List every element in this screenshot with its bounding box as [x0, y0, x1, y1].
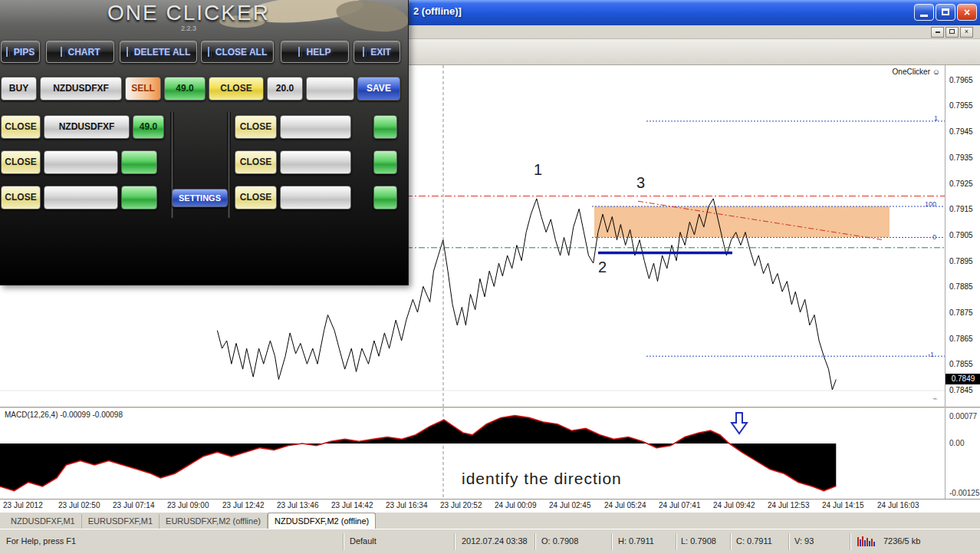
time-tick: 24 Jul 00:09 [495, 501, 537, 509]
time-tick: 24 Jul 14:15 [822, 501, 864, 509]
row3-left-indicator[interactable] [121, 186, 157, 209]
row1-right-indicator[interactable] [373, 115, 397, 139]
status-volume: V: 93 [794, 536, 814, 546]
chart-button[interactable]: CHART [46, 41, 114, 63]
maximize-icon [942, 8, 949, 15]
time-tick: 23 Jul 12:42 [222, 501, 265, 509]
status-bar: For Help, press F1 Default 2012.07.24 03… [0, 529, 980, 554]
oneclicker-panel: ONE CLICKER 2.2.3 PIPS CHART DELETE ALL … [0, 0, 409, 285]
level-label-1: 1 [934, 114, 938, 122]
window-close-button[interactable]: × [957, 4, 977, 21]
status-high: H: 0.7911 [618, 536, 654, 546]
time-tick: 24 Jul 05:24 [604, 501, 646, 509]
macd-scale: 0.00077 0.00 -0.00125 [945, 408, 980, 499]
close-row1-left-button[interactable]: CLOSE [1, 115, 41, 139]
time-tick: 24 Jul 09:42 [713, 501, 755, 509]
chart-tabs-bar: NZDUSDFXF,M1 EURUSDFXF,M1 EURUSDFXF,M2 (… [0, 512, 980, 529]
price-tick: 0.7885 [949, 282, 973, 291]
close-row3-left-button[interactable]: CLOSE [1, 186, 41, 209]
status-separator [611, 533, 613, 550]
row2-right-indicator[interactable] [373, 150, 397, 174]
close-trade-button[interactable]: CLOSE [209, 77, 264, 101]
price-tick: 0.7865 [949, 335, 973, 343]
status-connection-size: 7236/5 kb [883, 536, 920, 546]
row2-left-field[interactable] [44, 150, 118, 174]
lots-field[interactable]: 49.0 [164, 77, 206, 101]
close-row3-right-button[interactable]: CLOSE [235, 186, 277, 209]
close-row2-left-button[interactable]: CLOSE [1, 150, 41, 174]
window-minimize-button[interactable] [914, 4, 934, 21]
chart-minimize-button[interactable] [931, 27, 944, 38]
chart-restore-button[interactable] [945, 27, 959, 38]
help-button[interactable]: HELP [281, 41, 349, 63]
row1-left-symbol-field[interactable]: NZDUSDFXF [44, 115, 130, 139]
close-icon: × [964, 6, 970, 18]
button-icon [127, 47, 130, 57]
tab-eurusdfxf-m1[interactable]: EURUSDFXF,M1 [82, 514, 159, 529]
level-label-100: 100 [925, 200, 936, 208]
level-label-0: 0 [932, 233, 936, 241]
tab-nzdusdfxf-m2-offline[interactable]: NZDUSDFXF,M2 (offline) [268, 513, 376, 529]
time-tick: 24 Jul 07:41 [659, 501, 701, 509]
row2-right-field[interactable] [280, 150, 351, 174]
price-tick: 0.7955 [949, 101, 973, 110]
wave-label-3: 3 [636, 174, 645, 192]
button-icon [363, 47, 367, 57]
row3-right-indicator[interactable] [373, 186, 397, 209]
status-separator [454, 533, 455, 550]
row1-right-field[interactable] [280, 115, 351, 139]
time-axis: 23 Jul 2012 23 Jul 02:50 23 Jul 07:14 23… [0, 500, 980, 512]
save-button[interactable]: SAVE [357, 77, 400, 101]
pips-button[interactable]: PIPS [1, 41, 40, 63]
close-row2-right-button[interactable]: CLOSE [235, 150, 277, 174]
status-open: O: 0.7908 [541, 536, 578, 546]
exit-button[interactable]: EXIT [354, 41, 400, 63]
price-tick: 0.7965 [949, 76, 973, 84]
price-tick: 0.7905 [949, 231, 973, 239]
ticks-histogram-icon [857, 536, 879, 546]
chart-indicator-divider[interactable] [0, 407, 980, 408]
button-icon [6, 47, 10, 57]
close-row1-right-button[interactable]: CLOSE [235, 115, 277, 139]
button-icon [61, 47, 64, 57]
symbol-field[interactable]: NZDUSDFXF [40, 77, 122, 101]
price-tick: 0.7845 [949, 386, 973, 394]
window-maximize-button[interactable] [936, 4, 955, 21]
level-label-neg1: -1 [928, 351, 934, 358]
close-all-button[interactable]: CLOSE ALL [201, 41, 274, 63]
row3-right-field[interactable] [280, 186, 351, 209]
extra-field[interactable] [306, 77, 354, 101]
time-tick: 24 Jul 12:53 [768, 501, 810, 509]
minimize-icon [936, 31, 940, 33]
identify-direction-annotation: identify the direction [462, 470, 622, 488]
status-template: Default [350, 536, 377, 546]
settings-button[interactable]: SETTINGS [172, 189, 228, 207]
trail-pips-field[interactable]: 20.0 [267, 77, 303, 101]
time-tick: 23 Jul 13:46 [277, 501, 319, 509]
status-separator [343, 533, 344, 550]
buy-button[interactable]: BUY [1, 77, 37, 101]
time-tick: 23 Jul 09:00 [167, 501, 209, 509]
price-scale: 0.7965 0.7955 0.7945 0.7935 0.7925 0.791… [945, 65, 980, 407]
tab-eurusdfxf-m2-offline[interactable]: EURUSDFXF,M2 (offline) [159, 514, 268, 529]
restore-icon [949, 29, 955, 34]
status-separator [730, 533, 732, 550]
row3-left-field[interactable] [44, 186, 118, 209]
time-tick: 23 Jul 14:42 [331, 501, 373, 509]
macd-indicator-area[interactable]: MACD(12,26,4) -0.00099 -0.00098 identify… [0, 408, 945, 499]
status-help-text: For Help, press F1 [6, 536, 76, 546]
delete-all-button[interactable]: DELETE ALL [120, 41, 197, 63]
time-tick: 23 Jul 02:50 [58, 501, 100, 509]
macd-axis-divider [0, 499, 980, 500]
status-close: C: 0.7911 [736, 536, 772, 546]
row2-left-indicator[interactable] [121, 150, 157, 174]
chart-close-button[interactable]: × [960, 27, 973, 38]
macd-tick: 0.00 [949, 439, 964, 447]
row1-left-lots-field[interactable]: 49.0 [133, 115, 164, 139]
price-tick: 0.7895 [949, 257, 973, 265]
status-separator [534, 533, 536, 550]
button-icon [208, 47, 212, 57]
sell-button[interactable]: SELL [125, 77, 161, 101]
chart-shift-marker[interactable]: ⌁ [932, 394, 938, 404]
tab-nzdusdfxf-m1[interactable]: NZDUSDFXF,M1 [5, 514, 82, 529]
